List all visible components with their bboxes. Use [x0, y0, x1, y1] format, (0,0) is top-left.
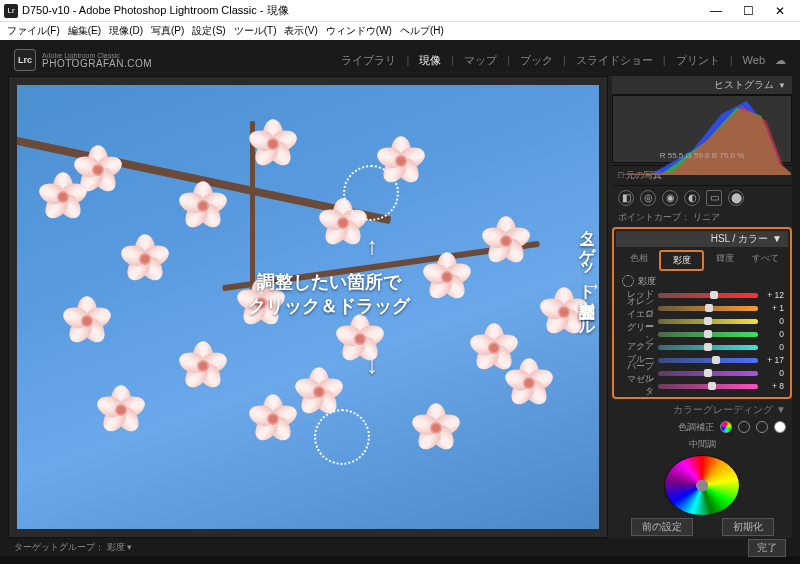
- done-button[interactable]: 完了: [748, 539, 786, 557]
- annotation-circle-top: [343, 165, 399, 221]
- hsl-tabs: 色相 彩度 輝度 すべて: [616, 247, 788, 274]
- slider-label: マゼンタ: [620, 374, 654, 398]
- slider-value: 0: [762, 316, 784, 326]
- target-adjust-tool[interactable]: 彩度: [616, 274, 788, 289]
- cloud-icon[interactable]: ☁: [775, 54, 786, 67]
- photo[interactable]: ↑ 調整したい箇所でクリック＆ドラッグ ↓ ターゲット調整ツール →: [17, 85, 599, 529]
- hsl-slider-グリーン[interactable]: グリーン 0: [616, 328, 788, 341]
- mask-tool-icon[interactable]: ◐: [684, 190, 700, 206]
- module-picker: ライブラリ| 現像| マップ| ブック| スライドショー| プリント| Web …: [341, 53, 786, 68]
- slider-value: 0: [762, 329, 784, 339]
- slider-value: 0: [762, 342, 784, 352]
- app-chrome: Lrc Adobe Lightroom Classic PHOTOGRAFAN.…: [0, 40, 800, 556]
- hsl-tab-all[interactable]: すべて: [745, 250, 786, 271]
- target-group-value[interactable]: 彩度 ▾: [107, 542, 133, 552]
- main-viewer: ↑ 調整したい箇所でクリック＆ドラッグ ↓ ターゲット調整ツール →: [8, 76, 608, 538]
- color-grading-header[interactable]: カラーグレーディング ▼: [612, 401, 792, 419]
- arrow-up-icon: ↑: [366, 232, 378, 260]
- slider-label: アクア: [620, 341, 654, 353]
- reset-button[interactable]: 初期化: [722, 518, 774, 536]
- tool-strip: ◧ ◎ ◉ ◐ ▭ ⬤: [612, 185, 792, 210]
- window-title: D750-v10 - Adobe Photoshop Lightroom Cla…: [22, 3, 700, 18]
- menu-help[interactable]: ヘルプ(H): [397, 24, 447, 38]
- right-footer: 前の設定 初期化: [612, 516, 792, 538]
- menu-tools[interactable]: ツール(T): [231, 24, 280, 38]
- hsl-panel: HSL / カラー▼ 色相 彩度 輝度 すべて 彩度 レッド + 12オレンジ …: [612, 227, 792, 399]
- arrow-right-icon: →: [583, 276, 599, 297]
- hsl-header[interactable]: HSL / カラー▼: [616, 231, 788, 247]
- prev-settings-button[interactable]: 前の設定: [631, 518, 693, 536]
- menu-develop[interactable]: 現像(D): [106, 24, 146, 38]
- slider-value: + 12: [762, 290, 784, 300]
- cg-all-icon[interactable]: [720, 421, 732, 433]
- hsl-tab-hue[interactable]: 色相: [618, 250, 659, 271]
- top-panel: Lrc Adobe Lightroom Classic PHOTOGRAFAN.…: [8, 44, 792, 76]
- maximize-button[interactable]: ☐: [732, 1, 764, 21]
- titlebar: Lr D750-v10 - Adobe Photoshop Lightroom …: [0, 0, 800, 22]
- close-button[interactable]: ✕: [764, 1, 796, 21]
- crop-tool-icon[interactable]: ◧: [618, 190, 634, 206]
- lrc-badge: Lrc: [14, 49, 36, 71]
- cg-shadow-icon[interactable]: [738, 421, 750, 433]
- module-web[interactable]: Web: [743, 54, 765, 66]
- brush-tool-icon[interactable]: ⬤: [728, 190, 744, 206]
- slider-value: + 1: [762, 303, 784, 313]
- app-icon: Lr: [4, 4, 18, 18]
- hsl-slider-マゼンタ[interactable]: マゼンタ + 8: [616, 380, 788, 393]
- color-grading-selector: 色調補正: [612, 419, 792, 436]
- annotation-text: 調整したい箇所でクリック＆ドラッグ: [209, 271, 449, 318]
- menu-view[interactable]: 表示(V): [281, 24, 320, 38]
- menu-settings[interactable]: 設定(S): [189, 24, 228, 38]
- menu-window[interactable]: ウィンドウ(W): [323, 24, 395, 38]
- brand: Lrc Adobe Lightroom Classic PHOTOGRAFAN.…: [14, 49, 152, 71]
- brand-line2: PHOTOGRAFAN.COM: [42, 59, 152, 69]
- point-curve-label[interactable]: ポイントカーブ： リニア: [612, 210, 792, 225]
- target-adjust-icon: [622, 275, 634, 287]
- histogram-header[interactable]: ヒストグラム▼: [612, 76, 792, 95]
- slider-value: 0: [762, 368, 784, 378]
- target-group-label: ターゲットグループ：: [14, 542, 104, 552]
- cg-mid-icon[interactable]: [756, 421, 768, 433]
- cg-tone-label: 色調補正: [678, 421, 714, 434]
- workspace: ↑ 調整したい箇所でクリック＆ドラッグ ↓ ターゲット調整ツール → ヒストグラ…: [8, 76, 792, 538]
- slider-value: + 8: [762, 381, 784, 391]
- module-library[interactable]: ライブラリ: [341, 53, 396, 68]
- annotation-side-label: ターゲット調整ツール: [576, 218, 597, 327]
- module-slideshow[interactable]: スライドショー: [576, 53, 653, 68]
- slider-value: + 17: [762, 355, 784, 365]
- cg-hi-icon[interactable]: [774, 421, 786, 433]
- main-footer: ターゲットグループ： 彩度 ▾ 完了: [8, 538, 792, 554]
- redeye-tool-icon[interactable]: ◉: [662, 190, 678, 206]
- hsl-tab-luminance[interactable]: 輝度: [704, 250, 745, 271]
- menu-file[interactable]: ファイル(F): [4, 24, 63, 38]
- bottom-bar: [0, 556, 800, 564]
- module-map[interactable]: マップ: [464, 53, 497, 68]
- annotation-circle-bottom: [314, 409, 370, 465]
- arrow-down-icon: ↓: [366, 351, 378, 379]
- cg-mid-label: 中間調: [612, 438, 792, 451]
- menu-photo[interactable]: 写真(P): [148, 24, 187, 38]
- hsl-slider-アクア[interactable]: アクア 0: [616, 341, 788, 354]
- histogram[interactable]: R 55.5 G 59.8 B 75.0 %: [612, 95, 792, 163]
- color-wheel[interactable]: [664, 455, 740, 516]
- minimize-button[interactable]: —: [700, 1, 732, 21]
- right-panel: ヒストグラム▼ R 55.5 G 59.8 B 75.0 % □ 元の写真 ◧ …: [608, 76, 792, 538]
- module-develop[interactable]: 現像: [419, 53, 441, 68]
- target-adjust-label: 彩度: [638, 275, 656, 288]
- gradient-tool-icon[interactable]: ▭: [706, 190, 722, 206]
- hsl-tab-saturation[interactable]: 彩度: [659, 250, 704, 271]
- module-print[interactable]: プリント: [676, 53, 720, 68]
- spot-tool-icon[interactable]: ◎: [640, 190, 656, 206]
- menubar: ファイル(F) 編集(E) 現像(D) 写真(P) 設定(S) ツール(T) 表…: [0, 22, 800, 40]
- menu-edit[interactable]: 編集(E): [65, 24, 104, 38]
- module-book[interactable]: ブック: [520, 53, 553, 68]
- histogram-readout: R 55.5 G 59.8 B 75.0 %: [613, 151, 791, 160]
